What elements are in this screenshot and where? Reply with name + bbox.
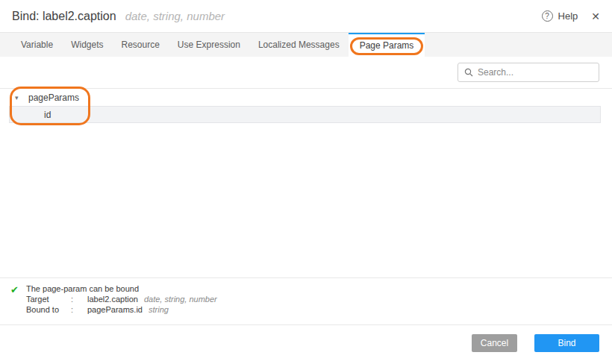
tree-node-label: id (44, 110, 51, 120)
close-icon[interactable]: ✕ (591, 10, 600, 22)
tab-page-params[interactable]: Page Params (349, 33, 425, 57)
help-icon[interactable]: ? (542, 10, 553, 22)
footer-buttons: Cancel Bind (472, 334, 599, 352)
status-row-bound-to: Bound to:pageParams.idstring (26, 304, 217, 315)
bound-to-type: string (149, 305, 169, 314)
tab-bar: Variable Widgets Resource Use Expression… (0, 32, 612, 57)
status-text-column: The page-param can be bound Target:label… (26, 283, 217, 315)
cancel-button[interactable]: Cancel (472, 334, 517, 352)
search-input[interactable] (478, 67, 593, 78)
check-icon: ✔ (10, 284, 19, 295)
bind-dialog: Bind: label2.caption date, string, numbe… (0, 0, 612, 364)
help-link[interactable]: Help (558, 10, 578, 22)
tab-resource[interactable]: Resource (113, 33, 169, 57)
tab-variable[interactable]: Variable (12, 33, 62, 57)
binding-status-panel: ✔ The page-param can be bound Target:lab… (0, 277, 612, 324)
search-box (458, 63, 599, 82)
status-message: The page-param can be bound (26, 283, 217, 294)
tree-node-pageparams[interactable]: ▾ pageParams (0, 89, 612, 106)
tab-localized-messages[interactable]: Localized Messages (249, 33, 349, 57)
dialog-footer: Cancel Bind (0, 324, 612, 364)
tree-node-label: pageParams (28, 92, 79, 103)
page-params-tree: ▾ pageParams id (0, 89, 612, 123)
tree-node-id[interactable]: id (9, 106, 601, 123)
bind-button[interactable]: Bind (534, 334, 599, 352)
dialog-header: Bind: label2.caption date, string, numbe… (0, 0, 612, 32)
header-actions: ? Help ✕ (542, 10, 600, 22)
status-row-target: Target:label2.captiondate, string, numbe… (26, 294, 217, 304)
tab-use-expression[interactable]: Use Expression (169, 33, 249, 57)
search-icon (464, 68, 473, 77)
status-check-column: ✔ (10, 283, 26, 315)
tab-content: ▾ pageParams id (0, 57, 612, 277)
dialog-title: Bind: label2.caption (12, 10, 116, 23)
caret-down-icon[interactable]: ▾ (15, 94, 25, 101)
target-type: date, string, number (144, 295, 217, 304)
target-value: label2.caption (87, 295, 138, 304)
tab-widgets[interactable]: Widgets (62, 33, 112, 57)
bound-to-value: pageParams.id (87, 305, 143, 314)
dialog-subtitle: date, string, number (125, 10, 225, 22)
